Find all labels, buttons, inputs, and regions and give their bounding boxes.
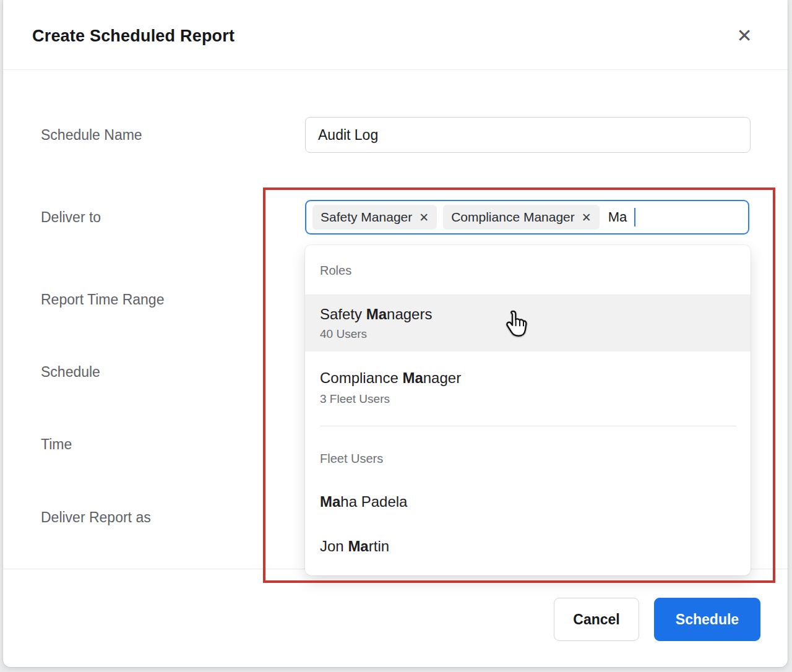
option-title: Jon Martin (320, 537, 751, 556)
close-button[interactable]: ✕ (731, 22, 758, 50)
option-subtext: 3 Fleet Users (320, 392, 751, 407)
modal-title: Create Scheduled Report (32, 25, 235, 46)
dropdown-section-divider (320, 426, 736, 426)
option-title: Safety Managers (320, 305, 751, 324)
deliver-to-label: Deliver to (41, 209, 101, 226)
time-label: Time (41, 436, 72, 453)
dropdown-option-maha-padela[interactable]: Maha Padela (305, 481, 751, 522)
schedule-name-input[interactable] (305, 117, 751, 153)
tag-remove-icon[interactable]: ✕ (419, 212, 429, 223)
schedule-label: Schedule (41, 363, 100, 381)
close-icon: ✕ (736, 25, 752, 46)
option-subtext: 40 Users (320, 327, 751, 342)
create-scheduled-report-modal: Create Scheduled Report ✕ Schedule Name … (3, 0, 788, 667)
cancel-button[interactable]: Cancel (554, 598, 639, 641)
schedule-name-label: Schedule Name (41, 126, 142, 144)
dropdown-option-jon-martin[interactable]: Jon Martin (305, 525, 751, 568)
deliver-to-input[interactable]: Safety Manager ✕ Compliance Manager ✕ Ma (305, 200, 749, 235)
recipient-tag: Compliance Manager ✕ (443, 205, 600, 230)
deliver-report-as-label: Deliver Report as (41, 509, 151, 526)
dropdown-option-compliance-manager[interactable]: Compliance Manager 3 Fleet Users (305, 354, 751, 421)
typed-query: Ma (608, 209, 627, 225)
recipient-tag: Safety Manager ✕ (312, 205, 437, 230)
hand-cursor-icon (505, 309, 528, 340)
option-title: Compliance Manager (320, 369, 751, 387)
option-title: Maha Padela (320, 493, 751, 511)
dropdown-group-heading-fleet-users: Fleet Users (320, 450, 383, 467)
schedule-button[interactable]: Schedule (654, 598, 760, 641)
deliver-to-dropdown: Roles Safety Managers 40 Users Complianc… (305, 245, 751, 575)
recipient-tag-label: Safety Manager (321, 210, 412, 225)
report-time-range-label: Report Time Range (41, 291, 164, 308)
dropdown-group-heading-roles: Roles (320, 262, 351, 278)
text-caret (634, 208, 635, 226)
tag-remove-icon[interactable]: ✕ (582, 212, 592, 223)
modal-header: Create Scheduled Report ✕ (3, 0, 788, 70)
recipient-tag-label: Compliance Manager (451, 210, 575, 225)
